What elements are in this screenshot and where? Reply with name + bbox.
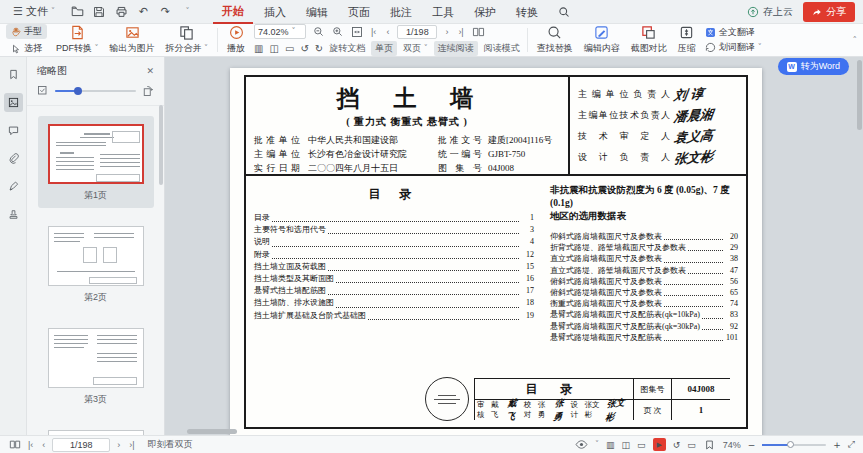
booklet-view-icon[interactable] [472, 25, 485, 38]
thumbnail-page-3[interactable]: 第3页 [38, 320, 154, 412]
find-replace-button[interactable]: 查找替换 [535, 24, 575, 56]
rotate-right-icon[interactable]: ↻ [315, 43, 323, 54]
two-page-layout-icon[interactable]: ◫ [622, 440, 631, 450]
stamp-panel-icon[interactable] [4, 205, 23, 224]
word-translate-button[interactable]: 划词翻译 ˅ [705, 41, 762, 54]
thumbnail-page-4[interactable]: 第4页 [38, 422, 154, 435]
panel-scrollbar[interactable] [159, 105, 163, 185]
rotate-left-icon[interactable]: ↺ [300, 43, 308, 54]
single-page-button[interactable]: 单页 [371, 41, 397, 56]
fit-width-icon[interactable]: ▥ [606, 440, 615, 450]
design-signature: 张文彬 [604, 395, 632, 424]
read-mode-label-row[interactable]: 阅读模式 [484, 42, 520, 55]
print-icon[interactable] [114, 4, 129, 19]
fit-page-icon[interactable] [350, 25, 363, 38]
screenshot-compare-button[interactable]: 截图对比 [629, 24, 669, 56]
page-number-input[interactable] [52, 438, 110, 452]
hand-tool-button[interactable]: 手型 [6, 24, 47, 39]
last-page-button[interactable]: ›| [127, 440, 136, 450]
horizontal-scrollbar[interactable] [187, 429, 237, 434]
export-image-button[interactable]: 输出为图片 [108, 24, 157, 56]
tab-tools[interactable]: 工具 [423, 1, 463, 23]
booklet-view-icon[interactable] [8, 438, 21, 451]
last-page-button[interactable]: ›| [456, 27, 465, 37]
rotate-view-icon[interactable]: ↺ [673, 440, 681, 450]
edit-content-button[interactable]: 编辑内容 [582, 24, 622, 56]
share-button[interactable]: 分享 [803, 2, 855, 22]
continuous-read-button[interactable]: 连续阅读 [434, 41, 478, 56]
tab-convert[interactable]: 转换 [507, 1, 547, 23]
pdf-convert-button[interactable]: PDF转换 ˅ [54, 24, 101, 56]
full-translate-button[interactable]: 全文翻译 [705, 26, 762, 39]
page-number-input[interactable] [397, 25, 437, 39]
thumbnail-label: 第3页 [84, 393, 107, 406]
toc-page: 56 [725, 276, 738, 287]
slider-knob[interactable] [74, 87, 82, 95]
quick-access-caret-icon[interactable]: ˅ [180, 4, 195, 19]
tab-annotate[interactable]: 批注 [381, 1, 421, 23]
collapse-ribbon-button[interactable]: ˄ [853, 35, 858, 45]
bookmarks-panel-icon[interactable] [4, 65, 23, 84]
rotate-document-button[interactable]: 旋转文档 [329, 42, 365, 55]
single-page-layout-icon[interactable]: ▭ [637, 440, 646, 450]
convert-to-word-button[interactable]: W 转为Word [778, 58, 849, 75]
compress-icon [679, 25, 694, 40]
thumbnails-panel-icon[interactable] [4, 93, 23, 112]
tab-insert[interactable]: 插入 [255, 1, 295, 23]
compress-button[interactable]: 压缩 [676, 24, 698, 56]
prev-page-button[interactable]: ‹ [384, 27, 391, 37]
double-page-button[interactable]: 双页 ˅ [403, 42, 428, 55]
continuous-view-icon[interactable]: ▥ [254, 43, 263, 54]
next-page-button[interactable]: › [443, 27, 450, 37]
file-menu[interactable]: ☰ 文件 ˅ [8, 2, 60, 21]
eye-protect-icon[interactable] [575, 438, 588, 451]
next-page-button[interactable]: › [115, 440, 122, 450]
signature-panel-icon[interactable] [4, 177, 23, 196]
toc-item: 目录 [254, 212, 270, 224]
vertical-scrollbar[interactable] [857, 60, 862, 130]
save-to-cloud-button[interactable]: 存上云 [747, 5, 793, 19]
prev-page-button[interactable]: ‹ [40, 440, 47, 450]
zoom-level-select[interactable]: 74.02% ˅ [254, 24, 306, 39]
play-button[interactable]: 播放 [225, 24, 247, 56]
search-icon[interactable] [557, 4, 572, 19]
thumbnail-page-2[interactable]: 第2页 [38, 218, 154, 310]
split-merge-button[interactable]: 拆分合并 ˅ [164, 24, 211, 56]
save-icon[interactable] [92, 4, 107, 19]
zoom-slider[interactable] [762, 444, 826, 446]
open-folder-icon[interactable] [70, 4, 85, 19]
close-icon[interactable]: ✕ [146, 66, 154, 76]
attachments-panel-icon[interactable] [4, 149, 23, 168]
zoom-out-icon[interactable] [312, 25, 325, 38]
two-page-view-icon[interactable]: ◫ [269, 43, 278, 54]
tab-protect[interactable]: 保护 [465, 1, 505, 23]
zoom-in-icon[interactable] [331, 25, 344, 38]
toc-item: 悬臂式路堤墙截面尺寸及配筋表 [550, 332, 662, 343]
thumbnail-page-1[interactable]: 第1页 [38, 116, 154, 208]
fullscreen-icon[interactable]: ⤢ [848, 439, 855, 450]
tab-page[interactable]: 页面 [339, 1, 379, 23]
thumbnail-size-slider[interactable] [55, 90, 136, 92]
zoom-slider-knob[interactable] [787, 441, 794, 448]
compare-icon [641, 25, 656, 40]
bookmark-icon[interactable] [703, 438, 716, 451]
tab-edit[interactable]: 编辑 [297, 1, 337, 23]
crop-view-icon[interactable]: ▭ [687, 440, 696, 450]
undo-icon[interactable]: ↶ [136, 4, 151, 19]
page-view-hint[interactable]: 即刻看双页 [148, 438, 193, 451]
select-tool-button[interactable]: 选择 [6, 41, 47, 56]
share-label: 分享 [826, 5, 846, 19]
multi-select-icon[interactable] [37, 85, 49, 97]
first-page-button[interactable]: |‹ [26, 440, 35, 450]
rotate-page-icon[interactable] [142, 85, 154, 97]
tab-home[interactable]: 开始 [213, 0, 253, 24]
single-page-view-icon[interactable]: ▭ [285, 43, 294, 54]
comments-panel-icon[interactable] [4, 121, 23, 140]
presentation-mode-button[interactable]: ▶ [653, 438, 666, 451]
zoom-out-button[interactable]: − [748, 440, 756, 450]
redo-icon[interactable]: ↷ [158, 4, 173, 19]
zoom-in-button[interactable]: + [833, 440, 841, 450]
first-page-button[interactable]: |‹ [369, 27, 378, 37]
chevron-down-icon[interactable]: ˅ [595, 440, 599, 449]
page-index-value: 1 [672, 400, 730, 420]
